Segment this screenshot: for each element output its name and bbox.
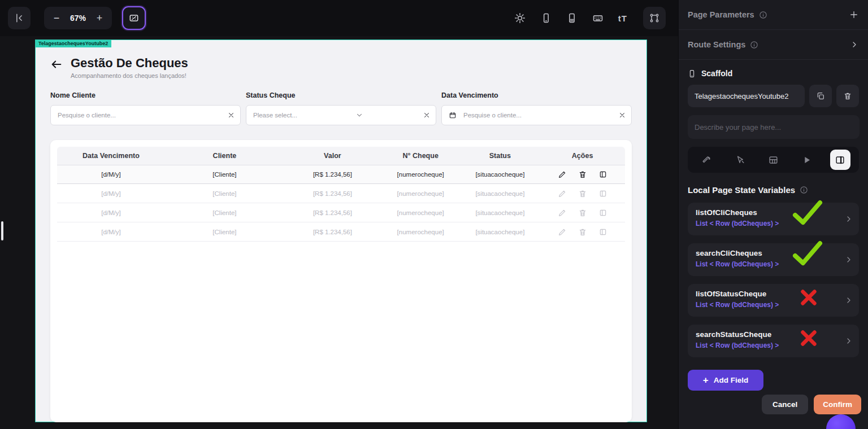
tab-data[interactable] <box>763 150 784 170</box>
open-variable-button[interactable] <box>844 296 853 305</box>
add-field-button[interactable]: + Add Field <box>688 370 763 391</box>
details-button[interactable] <box>598 227 607 237</box>
details-icon <box>598 170 607 179</box>
table-row[interactable]: [d/M/y] [Cliente] [R$ 1.234,56] [numeroc… <box>57 165 625 184</box>
cell-status: [situacaocheque] <box>461 209 540 216</box>
details-button[interactable] <box>598 208 607 217</box>
add-field-label: Add Field <box>714 376 749 384</box>
panel-footer: Cancel Confirm <box>762 395 861 414</box>
top-toolbar: − 67% + tT <box>0 0 678 36</box>
delete-button[interactable] <box>578 170 587 179</box>
cliente-search-field[interactable] <box>50 105 241 125</box>
device-frame-button[interactable] <box>566 12 578 24</box>
route-settings-label: Route Settings <box>688 40 745 49</box>
variable-name: searchCliCheques <box>696 249 851 257</box>
cell-acoes <box>540 227 625 237</box>
column-header: N° Cheque <box>381 152 461 160</box>
zoom-out-button[interactable]: − <box>51 12 62 24</box>
delete-icon <box>578 208 587 217</box>
help-chat-button[interactable] <box>826 414 856 429</box>
variable-card[interactable]: searchCliCheques List < Row (bdCheques) … <box>688 243 859 276</box>
clear-status-button[interactable] <box>423 111 431 119</box>
cliente-search-input[interactable] <box>51 106 240 125</box>
cell-cliente: [Cliente] <box>165 190 284 197</box>
design-canvas[interactable]: TelagestaochequesYoutube2 Gestão De Cheq… <box>0 36 678 429</box>
filters-row: Nome Cliente Status Cheque <box>50 91 632 125</box>
delete-icon <box>578 170 587 179</box>
status-select-field[interactable] <box>246 105 436 125</box>
page-description-input[interactable] <box>688 115 860 139</box>
delete-button[interactable] <box>578 227 587 237</box>
cell-data-vencimento: [d/M/y] <box>57 171 165 178</box>
variable-type: List < Row (bdCheques) > <box>696 342 851 349</box>
add-parameter-button[interactable] <box>849 10 859 20</box>
close-icon <box>423 111 431 119</box>
tab-interactions[interactable] <box>730 150 750 170</box>
details-button[interactable] <box>598 189 607 198</box>
edit-button[interactable] <box>558 227 567 237</box>
cell-cliente: [Cliente] <box>165 229 284 235</box>
tab-page-properties[interactable] <box>830 150 850 170</box>
page-name-row <box>688 85 859 107</box>
node-tree-button[interactable] <box>643 7 666 29</box>
details-icon <box>598 227 607 237</box>
data-vencimento-field[interactable] <box>441 105 632 125</box>
edit-button[interactable] <box>558 170 567 179</box>
canvas-scrollbar[interactable] <box>1 221 3 240</box>
details-button[interactable] <box>598 170 607 179</box>
text-scale-button[interactable]: tT <box>618 14 627 23</box>
table-row[interactable]: [d/M/y] [Cliente] [R$ 1.234,56] [numeroc… <box>57 203 625 222</box>
page-parameters-row[interactable]: Page Parameters <box>679 0 868 30</box>
status-select-input[interactable] <box>246 106 436 125</box>
open-variable-button[interactable] <box>844 336 853 345</box>
chevron-right-icon <box>850 40 859 49</box>
chevron-right-icon <box>844 214 853 224</box>
clear-data-button[interactable] <box>618 111 626 119</box>
delete-button[interactable] <box>578 189 587 198</box>
table-row[interactable]: [d/M/y] [Cliente] [R$ 1.234,56] [numeroc… <box>57 222 625 242</box>
page-name-input[interactable] <box>688 85 805 107</box>
theme-toggle-button[interactable] <box>514 12 526 24</box>
clear-cliente-button[interactable] <box>227 111 235 119</box>
filter-status-cheque: Status Cheque <box>246 91 436 125</box>
keyboard-toggle-button[interactable] <box>592 12 604 24</box>
copy-page-name-button[interactable] <box>809 85 832 107</box>
variable-card[interactable]: listOfCliCheques List < Row (bdCheques) … <box>688 203 859 235</box>
tab-build-tools[interactable] <box>697 150 717 170</box>
info-icon <box>750 41 758 49</box>
tab-run[interactable] <box>797 150 817 170</box>
confirm-button[interactable]: Confirm <box>814 395 861 414</box>
cell-numero-cheque: [numerocheque] <box>381 229 461 235</box>
route-settings-row[interactable]: Route Settings <box>679 30 868 60</box>
chevron-down-icon <box>355 111 363 119</box>
table-row[interactable]: [d/M/y] [Cliente] [R$ 1.234,56] [numeroc… <box>57 184 625 203</box>
open-variable-button[interactable] <box>844 255 853 264</box>
delete-page-button[interactable] <box>836 85 859 107</box>
variable-name: listOfStatusCheque <box>696 290 851 298</box>
variable-card[interactable]: searchStatusCheque List < Row (bdCheques… <box>688 325 859 357</box>
column-header: Valor <box>284 152 381 160</box>
zoom-in-button[interactable]: + <box>94 12 105 24</box>
phone-preview-button[interactable] <box>540 12 552 24</box>
edit-icon <box>558 208 567 217</box>
delete-button[interactable] <box>578 208 587 217</box>
variables-icon <box>128 12 140 24</box>
open-variable-button[interactable] <box>844 214 853 224</box>
back-button[interactable] <box>50 58 63 71</box>
cell-status: [situacaocheque] <box>461 190 540 197</box>
cell-acoes <box>540 189 625 198</box>
variables-mode-button[interactable] <box>122 6 146 30</box>
data-vencimento-input[interactable] <box>442 106 631 125</box>
cancel-button[interactable]: Cancel <box>762 395 808 414</box>
variable-card[interactable]: listOfStatusCheque List < Row (bdCheques… <box>688 284 859 317</box>
page-frame[interactable]: TelagestaochequesYoutube2 Gestão De Cheq… <box>35 40 647 422</box>
zoom-control: − 67% + <box>44 7 112 29</box>
phone-icon <box>540 12 552 24</box>
variable-name: searchStatusCheque <box>696 330 851 339</box>
edit-button[interactable] <box>558 208 567 217</box>
edit-button[interactable] <box>558 189 567 198</box>
expand-route-settings-button[interactable] <box>850 40 859 49</box>
collapse-panel-button[interactable] <box>8 7 31 29</box>
details-icon <box>598 208 607 217</box>
copy-icon <box>816 91 825 100</box>
